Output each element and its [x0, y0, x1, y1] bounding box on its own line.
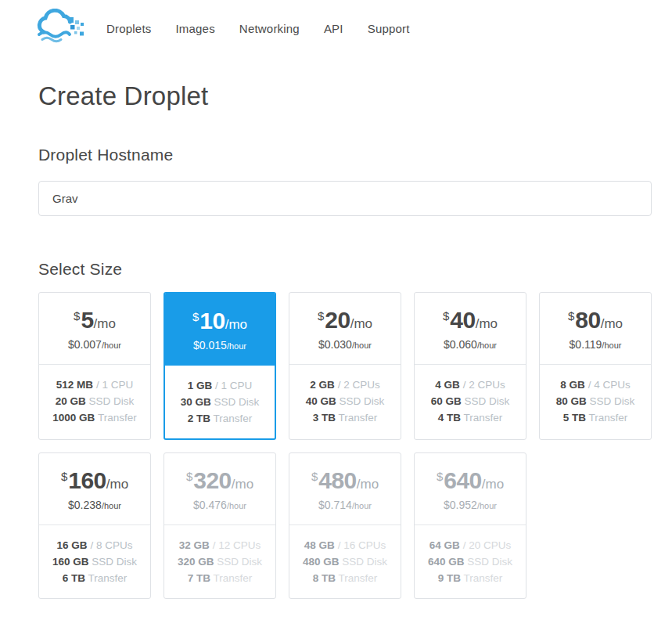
plan-card-5[interactable]: $5/mo $0.007/hour 512 MB / 1 CPU 20 GB S…: [38, 292, 151, 440]
plan-price-header: $80/mo $0.119/hour: [540, 293, 651, 365]
hostname-input[interactable]: [38, 181, 652, 216]
plan-monthly-price: $20/mo: [318, 308, 372, 332]
spec-ram-cpu: 48 GB / 16 CPUs: [304, 537, 386, 553]
spec-transfer: 8 TB Transfer: [313, 570, 378, 586]
currency-symbol: $: [318, 309, 324, 323]
currency-symbol: $: [61, 470, 67, 483]
plan-price-header: $640/mo $0.952/hour: [415, 453, 526, 525]
spec-disk: 480 GB SSD Disk: [303, 553, 387, 570]
plan-hourly-price: $0.119/hour: [570, 338, 622, 351]
currency-symbol: $: [437, 470, 443, 483]
plan-monthly-price: $320/mo: [186, 469, 253, 492]
spec-ram-cpu: 1 GB / 1 CPU: [188, 377, 253, 394]
plan-hourly-price: $0.714/hour: [318, 499, 372, 511]
spec-ram-cpu: 4 GB / 2 CPUs: [435, 377, 505, 393]
per-hour-label: /hour: [352, 501, 372, 510]
spec-ram-cpu: 16 GB / 8 CPUs: [57, 537, 133, 553]
plan-specs: 4 GB / 2 CPUs 60 GB SSD Disk 4 TB Transf…: [415, 365, 526, 438]
plan-specs: 48 GB / 16 CPUs 480 GB SSD Disk 8 TB Tra…: [289, 525, 401, 598]
per-month-label: /mo: [106, 477, 128, 492]
plan-price-header: $320/mo $0.476/hour: [164, 453, 275, 525]
currency-symbol: $: [568, 309, 574, 323]
plan-card-320-disabled: $320/mo $0.476/hour 32 GB / 12 CPUs 320 …: [164, 452, 276, 599]
nav-item-droplets[interactable]: Droplets: [106, 22, 151, 35]
main-nav: Droplets Images Networking API Support: [106, 22, 410, 35]
cloud-logo-icon: [36, 9, 86, 48]
spec-transfer: 7 TB Transfer: [188, 570, 253, 586]
currency-symbol: $: [186, 470, 192, 483]
per-month-label: /mo: [482, 477, 504, 492]
per-hour-label: /hour: [602, 341, 621, 350]
spec-ram-cpu: 512 MB / 1 CPU: [56, 377, 133, 393]
per-month-label: /mo: [601, 316, 623, 331]
spec-transfer: 5 TB Transfer: [563, 409, 628, 426]
plan-monthly-price: $40/mo: [443, 308, 498, 332]
plan-monthly-price: $5/mo: [74, 308, 116, 332]
page-title: Create Droplet: [38, 81, 652, 111]
spec-disk: 640 GB SSD Disk: [428, 553, 512, 570]
spec-disk: 60 GB SSD Disk: [431, 393, 510, 409]
per-month-label: /mo: [94, 316, 116, 331]
spec-disk: 160 GB SSD Disk: [52, 553, 137, 570]
per-month-label: /mo: [232, 477, 253, 492]
plan-price-header: $20/mo $0.030/hour: [289, 293, 401, 365]
plan-price-header: $160/mo $0.238/hour: [39, 453, 150, 525]
plan-specs: 32 GB / 12 CPUs 320 GB SSD Disk 7 TB Tra…: [164, 525, 275, 598]
plan-card-480-disabled: $480/mo $0.714/hour 48 GB / 16 CPUs 480 …: [289, 452, 401, 599]
spec-transfer: 6 TB Transfer: [63, 570, 128, 586]
per-month-label: /mo: [350, 316, 372, 331]
per-hour-label: /hour: [227, 341, 246, 351]
spec-transfer: 3 TB Transfer: [313, 409, 378, 426]
plan-hourly-price: $0.060/hour: [444, 338, 497, 351]
plan-price-header: $40/mo $0.060/hour: [415, 293, 526, 365]
per-hour-label: /hour: [352, 341, 372, 350]
spec-ram-cpu: 2 GB / 2 CPUs: [310, 377, 379, 393]
digitalocean-logo[interactable]: [36, 9, 86, 48]
plan-specs: 512 MB / 1 CPU 20 GB SSD Disk 1000 GB Tr…: [39, 365, 150, 438]
nav-item-networking[interactable]: Networking: [239, 22, 300, 35]
spec-disk: 40 GB SSD Disk: [306, 393, 385, 409]
currency-symbol: $: [192, 310, 199, 323]
top-nav: Droplets Images Networking API Support: [0, 0, 672, 56]
spec-transfer: 1000 GB Transfer: [52, 409, 136, 426]
plan-specs: 2 GB / 2 CPUs 40 GB SSD Disk 3 TB Transf…: [289, 365, 401, 438]
plan-specs: 64 GB / 20 CPUs 640 GB SSD Disk 9 TB Tra…: [415, 525, 526, 598]
per-month-label: /mo: [476, 316, 498, 331]
plan-monthly-price: $480/mo: [311, 469, 379, 492]
spec-ram-cpu: 64 GB / 20 CPUs: [429, 537, 511, 553]
spec-transfer: 4 TB Transfer: [438, 409, 503, 426]
create-droplet-form: Create Droplet Droplet Hostname Select S…: [38, 81, 652, 620]
spec-ram-cpu: 8 GB / 4 CPUs: [560, 377, 630, 393]
plan-price-header: $480/mo $0.714/hour: [289, 453, 401, 525]
spec-transfer: 2 TB Transfer: [188, 410, 253, 427]
spec-disk: 320 GB SSD Disk: [178, 553, 262, 570]
plan-monthly-price: $10/mo: [192, 309, 247, 333]
plan-card-160[interactable]: $160/mo $0.238/hour 16 GB / 8 CPUs 160 G…: [38, 452, 151, 599]
plan-card-80[interactable]: $80/mo $0.119/hour 8 GB / 4 CPUs 80 GB S…: [539, 292, 652, 440]
spec-transfer: 9 TB Transfer: [438, 570, 503, 586]
plan-specs: 1 GB / 1 CPU 30 GB SSD Disk 2 TB Transfe…: [165, 366, 275, 438]
plan-monthly-price: $640/mo: [437, 469, 504, 492]
per-month-label: /mo: [225, 317, 247, 332]
plan-card-40[interactable]: $40/mo $0.060/hour 4 GB / 2 CPUs 60 GB S…: [414, 292, 526, 440]
nav-item-api[interactable]: API: [324, 22, 343, 35]
plan-hourly-price: $0.015/hour: [193, 339, 246, 351]
plan-hourly-price: $0.007/hour: [68, 338, 121, 351]
per-hour-label: /hour: [227, 501, 246, 510]
plan-hourly-price: $0.952/hour: [444, 499, 497, 511]
currency-symbol: $: [74, 309, 80, 323]
plan-price-header: $10/mo $0.015/hour: [165, 294, 275, 366]
plan-card-10-selected[interactable]: $10/mo $0.015/hour 1 GB / 1 CPU 30 GB SS…: [164, 292, 276, 440]
nav-item-support[interactable]: Support: [368, 22, 410, 35]
plan-card-20[interactable]: $20/mo $0.030/hour 2 GB / 2 CPUs 40 GB S…: [289, 292, 401, 440]
size-plan-grid: $5/mo $0.007/hour 512 MB / 1 CPU 20 GB S…: [38, 292, 652, 620]
per-hour-label: /hour: [102, 501, 121, 510]
spec-disk: 20 GB SSD Disk: [56, 393, 135, 409]
plan-specs: 16 GB / 8 CPUs 160 GB SSD Disk 6 TB Tran…: [39, 525, 150, 598]
nav-item-images[interactable]: Images: [175, 22, 214, 35]
per-hour-label: /hour: [102, 341, 121, 350]
plan-monthly-price: $80/mo: [568, 308, 623, 332]
hostname-section-title: Droplet Hostname: [38, 146, 652, 164]
plan-specs: 8 GB / 4 CPUs 80 GB SSD Disk 5 TB Transf…: [540, 365, 651, 438]
per-hour-label: /hour: [477, 501, 497, 510]
